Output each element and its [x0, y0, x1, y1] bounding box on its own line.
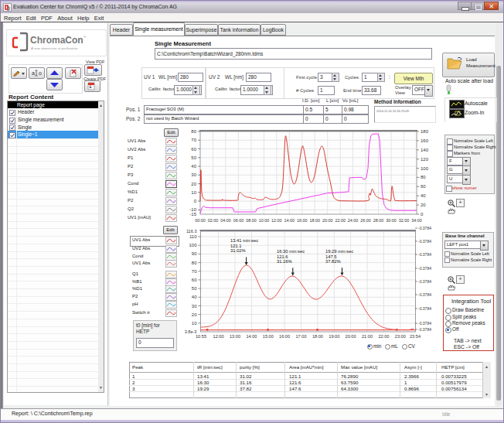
svg-text:23:54: 23:54: [410, 334, 421, 339]
svg-text:40: 40: [192, 295, 197, 299]
svg-text:13:00: 13:00: [230, 334, 240, 339]
svg-text:121.1: 121.1: [230, 244, 242, 248]
svg-text:-0.3784: -0.3784: [418, 279, 431, 284]
svg-text:90: 90: [192, 251, 197, 256]
svg-text:70: 70: [192, 269, 197, 274]
svg-text:13.41 min:sec: 13.41 min:sec: [230, 238, 258, 243]
svg-text:-0.3784: -0.3784: [418, 321, 431, 326]
svg-text:12:00: 12:00: [213, 334, 224, 339]
svg-text:10: 10: [192, 321, 197, 326]
svg-text:20:00: 20:00: [346, 334, 356, 339]
svg-text:15:00: 15:00: [263, 334, 274, 339]
svg-text:23:00: 23:00: [395, 334, 406, 339]
svg-text:30: 30: [192, 304, 197, 309]
svg-text:31.02%: 31.02%: [230, 248, 246, 253]
svg-text:-0.3784: -0.3784: [418, 306, 431, 311]
svg-text:10:55: 10:55: [196, 334, 206, 339]
svg-text:110: 110: [189, 234, 197, 239]
svg-text:147.5: 147.5: [325, 254, 337, 259]
svg-text:121.6: 121.6: [277, 254, 288, 259]
svg-text:80: 80: [192, 261, 197, 265]
svg-text:16:00: 16:00: [279, 334, 290, 339]
svg-text:60: 60: [192, 278, 197, 282]
svg-text:-0.3784: -0.3784: [418, 292, 431, 297]
svg-text:-0.3784: -0.3784: [418, 252, 431, 257]
svg-text:116.3: 116.3: [186, 229, 197, 234]
svg-text:14:00: 14:00: [246, 334, 257, 339]
svg-text:-0.3784: -0.3784: [418, 327, 431, 332]
svg-text:17:00: 17:00: [296, 334, 307, 339]
svg-text:21:00: 21:00: [362, 334, 373, 339]
svg-text:16:30 min:sec: 16:30 min:sec: [277, 249, 305, 254]
svg-text:20: 20: [192, 312, 197, 317]
svg-text:-0.3784: -0.3784: [418, 239, 431, 244]
svg-text:19:29 min:sec: 19:29 min:sec: [325, 249, 353, 254]
svg-text:100: 100: [189, 243, 197, 247]
svg-text:-0.3784: -0.3784: [418, 226, 431, 230]
svg-text:31.16%: 31.16%: [277, 259, 292, 264]
svg-text:-0.3784: -0.3784: [418, 266, 431, 271]
svg-text:22:00: 22:00: [378, 334, 389, 339]
svg-text:50: 50: [192, 286, 197, 291]
svg-text:18:00: 18:00: [312, 334, 323, 339]
svg-text:37.82%: 37.82%: [325, 259, 341, 264]
svg-text:19:00: 19:00: [329, 334, 339, 339]
